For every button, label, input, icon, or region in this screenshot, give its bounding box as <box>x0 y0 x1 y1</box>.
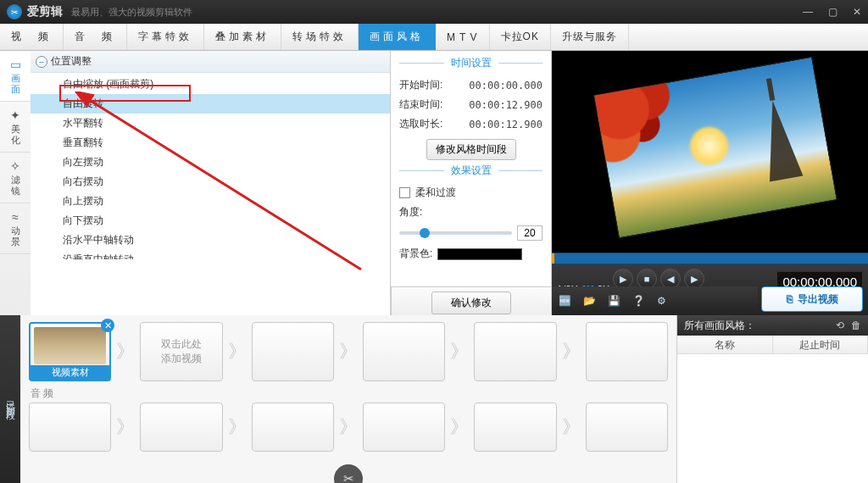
tab-3[interactable]: 叠加素材 <box>204 24 281 50</box>
video-track: 视频素材 ✕ 》 双击此处 添加视频 》 》 》 》 <box>29 322 668 381</box>
tab-7[interactable]: 卡拉OK <box>490 24 551 50</box>
start-time-label: 开始时间: <box>399 78 442 92</box>
side-tab-icon: ✧ <box>10 159 20 173</box>
side-tab-0[interactable]: ▭画面 <box>0 51 31 102</box>
start-time-value[interactable]: 00:00:00.000 <box>469 80 542 92</box>
tree-item-5[interactable]: 向右摆动 <box>31 172 390 192</box>
soft-transition-label: 柔和过渡 <box>415 186 456 200</box>
style-list-title: 所有画面风格： <box>684 319 755 333</box>
file-toolbar: 🆕 📂 💾 ❔ ⚙ <box>552 286 758 315</box>
effect-settings-title: 效果设置 <box>444 164 498 178</box>
app-subtitle: 最易用、强大的视频剪辑软件 <box>71 6 192 19</box>
collapse-icon[interactable]: – <box>36 56 47 68</box>
tree-group-label: 位置调整 <box>51 54 92 69</box>
empty-audio-slot[interactable] <box>586 402 668 452</box>
chevron-right-icon: 》 <box>450 339 469 364</box>
style-list-panel: 所有画面风格： ⟲🗑 名称起止时间 <box>676 315 868 483</box>
side-tab-2[interactable]: ✧滤镜 <box>0 153 31 203</box>
timeline: 已添加片段 视频素材 ✕ 》 双击此处 添加视频 》 》 》 》 音 频 》 》 <box>0 315 676 483</box>
tab-2[interactable]: 字幕特效 <box>127 24 204 50</box>
tree-group-header[interactable]: – 位置调整 <box>31 51 390 73</box>
duration-label: 选取时长: <box>399 117 442 131</box>
tab-5[interactable]: 画面风格 <box>359 24 436 50</box>
col-name: 名称 <box>677 336 773 353</box>
main-tabs: 视 频音 频字幕特效叠加素材转场特效画面风格M T V卡拉OK升级与服务 <box>0 24 868 51</box>
help-icon[interactable]: ❔ <box>632 295 645 307</box>
chevron-right-icon: 》 <box>339 339 358 364</box>
duration-value: 00:00:12.900 <box>469 119 542 130</box>
settings-pane: 时间设置 开始时间:00:00:00.000 结束时间:00:00:12.900… <box>391 51 552 315</box>
effects-tree: – 位置调整 自由缩放 (画面裁剪)自由旋转水平翻转垂直翻转向左摆动向右摆动向上… <box>31 51 391 315</box>
tab-1[interactable]: 音 频 <box>64 24 127 50</box>
chevron-right-icon: 》 <box>562 414 581 440</box>
empty-clip-slot[interactable] <box>363 322 445 381</box>
minimize-icon[interactable]: — <box>803 6 813 18</box>
clip-remove-icon[interactable]: ✕ <box>101 319 114 332</box>
side-tab-1[interactable]: ✦美化 <box>0 102 31 153</box>
side-tab-icon: ✦ <box>10 108 20 122</box>
preview-pane: 1/2X 1X 2X ▶ ■ ◀ ▶ « » 00:00:00.000 <box>552 51 868 315</box>
empty-clip-slot[interactable] <box>586 322 668 381</box>
app-logo-icon: ✂ <box>7 4 22 19</box>
tree-item-2[interactable]: 水平翻转 <box>31 114 390 133</box>
tab-8[interactable]: 升级与服务 <box>551 24 629 50</box>
audio-track-label: 音 频 <box>31 386 668 401</box>
empty-audio-slot[interactable] <box>252 402 334 452</box>
clip-caption: 视频素材 <box>31 365 109 380</box>
bgcolor-swatch[interactable] <box>437 248 522 260</box>
chevron-right-icon: 》 <box>228 414 247 440</box>
cut-button[interactable]: ✂ <box>331 462 365 483</box>
open-icon[interactable]: 📂 <box>583 295 596 307</box>
modify-time-button[interactable]: 修改风格时间段 <box>426 139 516 160</box>
tree-item-1[interactable]: 自由旋转 <box>31 94 390 114</box>
preview-scrubber[interactable] <box>552 253 868 264</box>
close-icon[interactable]: ✕ <box>853 6 861 18</box>
angle-slider[interactable]: 20 <box>399 225 542 241</box>
empty-audio-slot[interactable] <box>140 402 222 452</box>
empty-clip-slot[interactable] <box>474 322 556 381</box>
empty-audio-slot[interactable] <box>29 402 111 452</box>
trash-icon[interactable]: 🗑 <box>851 319 861 331</box>
tree-item-6[interactable]: 向上摆动 <box>31 192 390 211</box>
empty-audio-slot[interactable] <box>474 402 556 452</box>
chevron-right-icon: 》 <box>116 414 135 440</box>
side-tab-icon: ▭ <box>10 58 21 71</box>
chevron-right-icon: 》 <box>228 339 247 364</box>
tab-0[interactable]: 视 频 <box>0 24 64 50</box>
clip-1[interactable]: 视频素材 ✕ <box>29 322 111 381</box>
new-icon[interactable]: 🆕 <box>559 295 571 307</box>
tree-item-4[interactable]: 向左摆动 <box>31 153 390 172</box>
export-icon: ⎘ <box>787 293 793 305</box>
add-clip-slot[interactable]: 双击此处 添加视频 <box>140 322 222 381</box>
tree-item-8[interactable]: 沿水平中轴转动 <box>31 230 390 250</box>
tree-item-0[interactable]: 自由缩放 (画面裁剪) <box>31 75 390 94</box>
empty-clip-slot[interactable] <box>252 322 334 381</box>
chevron-right-icon: 》 <box>450 414 469 440</box>
angle-label: 角度: <box>399 205 422 219</box>
refresh-icon[interactable]: ⟲ <box>836 319 844 331</box>
bgcolor-label: 背景色: <box>399 247 432 261</box>
side-tabs: ▭画面✦美化✧滤镜≈动景 <box>0 51 31 315</box>
empty-audio-slot[interactable] <box>363 402 445 452</box>
settings-icon[interactable]: ⚙ <box>657 295 666 307</box>
tree-item-9[interactable]: 沿垂直中轴转动 <box>31 250 390 259</box>
angle-value[interactable]: 20 <box>517 225 542 241</box>
save-icon[interactable]: 💾 <box>608 295 620 307</box>
soft-transition-checkbox[interactable] <box>399 187 410 198</box>
tab-6[interactable]: M T V <box>436 24 490 50</box>
titlebar: ✂ 爱剪辑 最易用、强大的视频剪辑软件 — ▢ ✕ <box>0 0 868 24</box>
audio-track: 》 》 》 》 》 <box>29 402 668 452</box>
end-time-label: 结束时间: <box>399 97 442 112</box>
export-button[interactable]: ⎘导出视频 <box>761 286 863 312</box>
tree-item-3[interactable]: 垂直翻转 <box>31 133 390 153</box>
side-tab-icon: ≈ <box>12 210 19 224</box>
tab-4[interactable]: 转场特效 <box>281 24 359 50</box>
maximize-icon[interactable]: ▢ <box>828 6 837 18</box>
end-time-value[interactable]: 00:00:12.900 <box>469 99 542 111</box>
tree-item-7[interactable]: 向下摆动 <box>31 211 390 230</box>
time-settings-title: 时间设置 <box>444 56 498 70</box>
timeline-side-label: 已添加片段 <box>0 315 20 483</box>
confirm-button[interactable]: 确认修改 <box>431 291 511 314</box>
side-tab-3[interactable]: ≈动景 <box>0 203 31 254</box>
col-range: 起止时间 <box>773 336 869 353</box>
